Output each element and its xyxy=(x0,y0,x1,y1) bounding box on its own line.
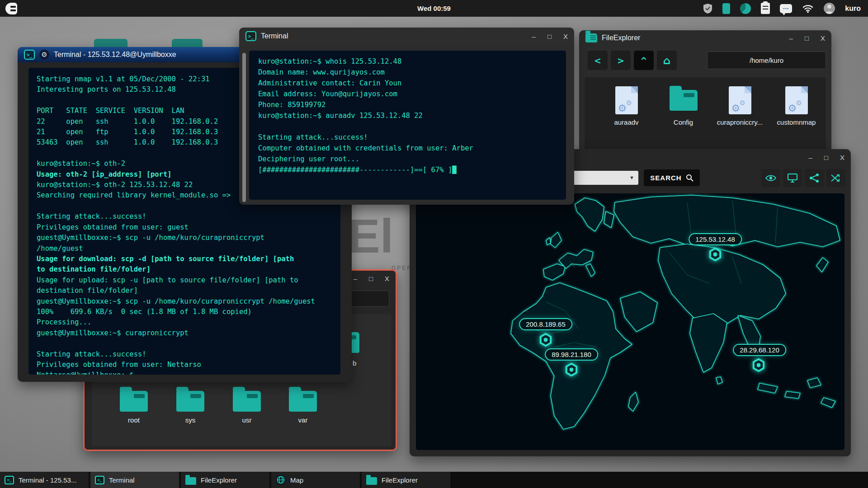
file-item-label: sys xyxy=(163,416,217,424)
file-item-config[interactable]: Config xyxy=(655,85,712,126)
shield-check-icon[interactable] xyxy=(703,3,712,14)
search-icon xyxy=(686,174,693,182)
chevron-left-icon: < xyxy=(594,56,601,66)
file-explorer1-titlebar[interactable]: FileExplorer – □ X xyxy=(579,30,831,46)
file-item-label: Config xyxy=(655,118,712,126)
shuffle-button[interactable] xyxy=(826,169,845,187)
terminal-icon: >_ xyxy=(24,50,35,60)
taskbar-item-terminal-remote[interactable]: >_ Terminal - 125.53... xyxy=(0,472,89,488)
world-map[interactable]: 125.53.12.48 200.8.189.65 89.98.21.180 2… xyxy=(416,193,844,450)
close-button[interactable]: X xyxy=(563,33,568,40)
file-item-customnmap[interactable]: ⚙⚙ customnmap xyxy=(768,85,825,126)
chevron-right-icon: > xyxy=(617,56,624,66)
search-button-label: SEARCH xyxy=(650,174,681,182)
file-item-label: usr xyxy=(220,416,274,424)
taskbar-item-fileexplorer2[interactable]: FileExplorer xyxy=(362,472,450,488)
close-button[interactable]: X xyxy=(385,275,389,282)
chat-icon[interactable]: ... xyxy=(780,4,792,13)
clock: Wed 00:59 xyxy=(417,5,451,12)
terminal-output[interactable]: kuro@station:~$ whois 125.53.12.48 Domai… xyxy=(249,51,566,200)
file-item-label[interactable]: b xyxy=(353,359,356,367)
taskbar-item-label: FileExplorer xyxy=(382,476,418,484)
share-icon xyxy=(809,173,819,183)
gear-icon[interactable]: ⚙ xyxy=(39,50,49,60)
folder-icon xyxy=(120,391,148,412)
taskbar-item-map[interactable]: Map xyxy=(271,472,360,488)
file-item-label: root xyxy=(107,416,161,424)
file-explorer-window: FileExplorer – □ X < > ^ ⌂ /home/kuro ⚙⚙… xyxy=(579,30,831,166)
file-item-var[interactable]: var xyxy=(276,391,330,424)
close-button[interactable]: X xyxy=(840,154,844,161)
home-icon: ⌂ xyxy=(663,55,670,66)
map-marker-icon[interactable] xyxy=(709,248,722,262)
battery-icon[interactable] xyxy=(722,3,730,14)
folder-icon xyxy=(176,391,204,412)
minimize-button[interactable]: – xyxy=(532,33,536,40)
wifi-icon[interactable] xyxy=(802,4,814,13)
taskbar-item-terminal[interactable]: >_ Terminal xyxy=(90,472,179,488)
window-title: FileExplorer xyxy=(602,34,640,42)
map-marker-icon[interactable] xyxy=(753,358,765,372)
search-button[interactable]: SEARCH xyxy=(644,169,700,186)
binary-file-icon: ⚙⚙ xyxy=(729,86,751,114)
map-marker-icon[interactable] xyxy=(566,363,578,377)
shuffle-icon xyxy=(830,174,841,183)
map-marker-label[interactable]: 125.53.12.48 xyxy=(689,233,742,245)
map-marker-icon[interactable] xyxy=(540,333,552,347)
folder-icon xyxy=(185,477,196,485)
terminal2-titlebar[interactable]: >_ Terminal – □ X xyxy=(239,28,574,45)
top-bar: Wed 00:59 ... kuro xyxy=(0,0,868,17)
minimize-button[interactable]: – xyxy=(789,34,793,42)
minimize-button[interactable]: – xyxy=(354,275,357,282)
terminal-icon: >_ xyxy=(5,476,14,484)
chevron-up-icon: ^ xyxy=(640,56,647,66)
notes-icon[interactable] xyxy=(761,3,770,14)
taskbar-item-fileexplorer[interactable]: FileExplorer xyxy=(181,472,269,488)
taskbar-item-label: Map xyxy=(290,476,303,484)
maximize-button[interactable]: □ xyxy=(824,154,828,161)
terminal-text-usage: Usage for download: scp -d [path to sour… xyxy=(37,254,332,275)
window-title: Terminal - 125.53.12.48@Uymillboxxe xyxy=(54,51,176,59)
maximize-button[interactable]: □ xyxy=(547,33,552,40)
address-bar[interactable]: /home/kuro xyxy=(707,52,826,69)
maximize-button[interactable]: □ xyxy=(369,275,373,282)
username: kuro xyxy=(845,5,861,13)
avatar-icon[interactable] xyxy=(824,3,835,14)
terminal-icon: >_ xyxy=(245,31,256,41)
binary-file-icon: ⚙⚙ xyxy=(615,86,638,114)
share-button[interactable] xyxy=(805,169,824,187)
file-item-label: auraadv xyxy=(598,118,655,126)
window-controls: – □ X xyxy=(789,34,825,42)
up-button[interactable]: ^ xyxy=(634,51,654,70)
globe-icon xyxy=(276,475,286,485)
disk-usage-icon[interactable] xyxy=(740,3,751,14)
scrollbar[interactable] xyxy=(242,53,246,202)
desktop: El OPER – □ X b root sys xyxy=(0,0,868,488)
maximize-button[interactable]: □ xyxy=(805,34,809,42)
home-button[interactable]: ⌂ xyxy=(657,51,677,70)
forward-button[interactable]: > xyxy=(611,51,631,70)
file-item-usr[interactable]: usr xyxy=(220,391,274,424)
terminal-text: kuro@station:~$ whois 125.53.12.48 Domai… xyxy=(258,56,557,175)
window-controls: – □ X xyxy=(532,33,568,40)
screenshare-button[interactable] xyxy=(783,169,802,187)
close-button[interactable]: X xyxy=(821,34,825,42)
chevron-down-icon[interactable]: ▼ xyxy=(629,175,634,180)
window-controls: – □ X xyxy=(354,275,389,282)
system-tray: ... kuro xyxy=(703,3,861,14)
file-item-curaproniccrypt[interactable]: ⚙⚙ curaproniccry... xyxy=(712,85,768,126)
minimize-button[interactable]: – xyxy=(809,154,812,161)
terminal-text: Usage for upload: scp -u [path to source… xyxy=(37,275,332,375)
system-menu-logo-icon[interactable] xyxy=(5,3,17,14)
taskbar-item-label: Terminal xyxy=(109,476,135,484)
file-item-sys[interactable]: sys xyxy=(163,391,217,424)
folder-icon xyxy=(233,391,261,412)
map-marker-label[interactable]: 28.29.68.120 xyxy=(733,344,786,356)
file-item-auraadv[interactable]: ⚙⚙ auraadv xyxy=(598,85,655,126)
back-button[interactable]: < xyxy=(588,51,608,70)
map-marker-label[interactable]: 89.98.21.180 xyxy=(545,348,598,361)
file-item-root[interactable]: root xyxy=(107,391,161,424)
taskbar-item-label: Terminal - 125.53... xyxy=(19,476,76,484)
map-marker-label[interactable]: 200.8.189.65 xyxy=(519,318,572,330)
visibility-button[interactable] xyxy=(761,169,780,187)
